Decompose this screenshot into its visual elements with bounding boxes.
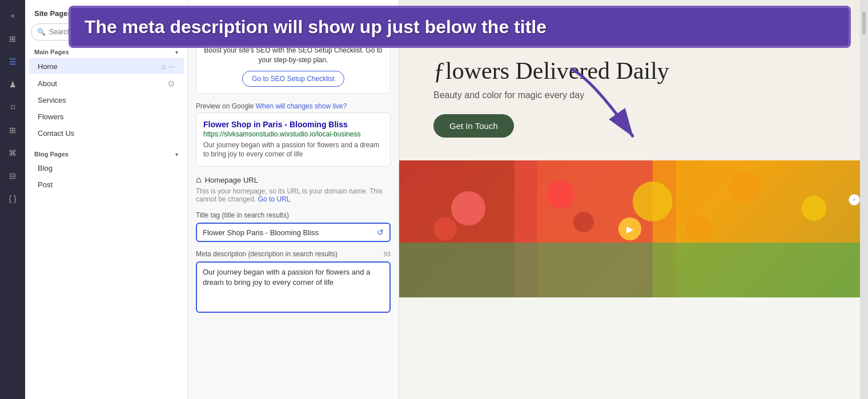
page-item-flowers-label: Flowers: [38, 112, 175, 121]
url-section-header: ⌂ Homepage URL: [196, 175, 391, 185]
collapse-panel-button[interactable]: ›: [849, 194, 860, 205]
google-preview-title[interactable]: Flower Shop in Paris - Blooming Bliss: [203, 120, 383, 129]
page-item-about-label: About: [38, 79, 166, 88]
preview-live-link[interactable]: When will changes show live?: [256, 102, 347, 110]
page-item-blog-label: Blog: [38, 164, 175, 172]
page-item-home[interactable]: Home ⌂ ···: [29, 58, 184, 74]
svg-point-11: [685, 215, 713, 243]
hero-cta-button[interactable]: Get In Touch: [433, 114, 514, 138]
seo-panel: Page info Permissions SEO basics Advance…: [188, 0, 399, 399]
svg-rect-3: [399, 243, 860, 297]
table-icon[interactable]: ⊟: [3, 167, 22, 185]
annotation-text: The meta description will show up just b…: [85, 17, 546, 37]
page-item-flowers[interactable]: Flowers: [29, 109, 184, 124]
page-item-post[interactable]: Post: [29, 177, 184, 192]
person-icon[interactable]: ♟: [3, 75, 22, 94]
website-preview: About Services Flowers Blog Contact Us C…: [399, 0, 860, 399]
go-to-url-link[interactable]: Go to URL: [258, 195, 291, 203]
title-tag-input[interactable]: [203, 228, 377, 237]
meta-description-header: Meta description (description in search …: [196, 250, 391, 258]
seo-content: SEO Setup Checklist Boost your site's SE…: [188, 21, 399, 399]
meta-description-label: Meta description (description in search …: [196, 250, 337, 258]
apps-icon[interactable]: ⊞: [3, 121, 22, 139]
svg-point-6: [633, 182, 673, 221]
page-item-services[interactable]: Services: [29, 92, 184, 108]
page-item-blog[interactable]: Blog: [29, 160, 184, 176]
blog-pages-chevron[interactable]: ▾: [175, 151, 178, 158]
page-item-contact[interactable]: Contact Us: [29, 126, 184, 141]
svg-point-10: [573, 212, 594, 232]
page-icon[interactable]: ☰: [3, 53, 22, 71]
main-pages-chevron[interactable]: ▾: [175, 49, 178, 55]
add-icon[interactable]: ＋: [3, 7, 22, 25]
page-item-post-label: Post: [38, 180, 175, 189]
google-preview-desc: Our journey began with a passion for flo…: [203, 140, 383, 160]
meta-description-count: 93: [384, 251, 391, 257]
title-tag-section: Title tag (title in search results) ↺: [196, 211, 391, 242]
svg-point-4: [451, 191, 485, 225]
home-icon: ⌂: [161, 62, 166, 71]
svg-point-5: [546, 180, 574, 209]
page-item-about[interactable]: About ⊙: [29, 75, 184, 91]
scroll-thumb[interactable]: [862, 11, 866, 34]
blog-pages-label: Blog Pages: [34, 151, 69, 158]
meta-description-section: Meta description (description in search …: [196, 250, 391, 315]
google-preview-section: Preview on Google When will changes show…: [196, 102, 391, 167]
google-preview-card: Flower Shop in Paris - Blooming Bliss ht…: [196, 112, 391, 167]
title-tag-input-wrap: ↺: [196, 223, 391, 242]
people-icon[interactable]: ⌘: [3, 144, 22, 162]
flowers-image: ▶: [399, 160, 860, 297]
hero-subtitle: Beauty and color for magic every day: [433, 90, 826, 100]
url-section-title: Homepage URL: [205, 176, 258, 184]
hero-title: ƒlowers Delivered Daily: [433, 57, 826, 84]
title-tag-label: Title tag (title in search results): [196, 211, 391, 219]
google-preview-url: https://slvksamsonstudio.wixstudio.io/lo…: [203, 130, 383, 138]
dots-icon[interactable]: ···: [168, 62, 175, 71]
play-button[interactable]: ▶: [618, 217, 641, 240]
svg-point-8: [801, 196, 826, 221]
preview-label: Preview on Google When will changes show…: [196, 102, 391, 110]
page-item-contact-label: Contact Us: [38, 129, 175, 138]
svg-point-9: [434, 217, 457, 240]
blog-pages-section-header: Blog Pages ▾: [25, 147, 187, 160]
right-scrollbar: [860, 0, 868, 399]
pages-panel: Site Pages 🔍 + Main Pages ▾ Home ⌂ ··· A…: [25, 0, 188, 399]
meta-description-textarea[interactable]: [196, 261, 391, 313]
title-tag-refresh-icon[interactable]: ↺: [377, 228, 384, 237]
checklist-button[interactable]: Go to SEO Setup Checklist: [242, 71, 344, 87]
search-icon: 🔍: [37, 28, 46, 36]
code-icon[interactable]: { }: [3, 190, 22, 208]
page-item-home-label: Home: [38, 62, 159, 71]
url-home-icon: ⌂: [196, 175, 202, 185]
svg-point-7: [729, 172, 761, 204]
url-section: ⌂ Homepage URL This is your homepage, so…: [196, 175, 391, 203]
layers-icon[interactable]: ⊞: [3, 30, 22, 48]
annotation-banner: The meta description will show up just b…: [69, 6, 851, 48]
url-section-desc: This is your homepage, so its URL is you…: [196, 187, 391, 203]
about-cursor-icon: ⊙: [168, 79, 175, 88]
checklist-description: Boost your site's SEO with the SEO Setup…: [203, 46, 383, 65]
page-item-services-label: Services: [38, 96, 175, 104]
icon-sidebar: ＋ ⊞ ☰ ♟ ⌑ ⊞ ⌘ ⊟ { }: [0, 0, 25, 399]
flow-icon[interactable]: ⌑: [3, 98, 22, 116]
main-pages-label: Main Pages: [34, 49, 69, 55]
website-hero: ƒlowers Delivered Daily Beauty and color…: [399, 34, 860, 160]
